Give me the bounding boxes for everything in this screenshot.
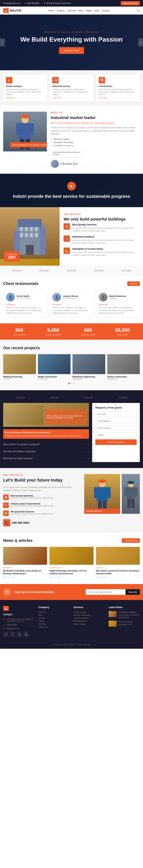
linkedin-icon[interactable]: in [17,632,22,637]
project-title-1: Welding Processing [3,376,36,378]
svg-rect-2 [16,123,20,135]
svg-rect-31 [127,499,131,508]
footer-company-link-6[interactable]: Contact Us [38,626,70,628]
faq-item-2[interactable]: How many are solutions of passages + [3,448,89,455]
testimonial-text-2: There are many variations of passages of… [52,306,91,315]
future-section: WHY CHOOSE US Let's Build your future to… [0,468,143,532]
nav-contact[interactable]: Contact [102,9,109,12]
footer-service-link-5[interactable]: Factory Design [73,623,105,625]
future-icon-3: ✅ [3,510,9,516]
footer-grid: ▲ INDUTRI Contact 📍 6th Bureau Centre Ne… [3,606,140,637]
twitter-icon[interactable]: t [10,632,15,637]
news-card-3: GLOBAL How nations around the world are … [96,547,140,578]
nav-services[interactable]: Services [68,9,76,12]
testimonial-avatar-1: 👤 [6,293,15,302]
hero-title: We Build Everything with Passion [20,36,122,43]
buildings-title: We only build powerful buildings [64,217,139,222]
facebook-icon[interactable]: f [3,632,8,637]
news-section: News & articles View All Posts INDUSTRY … [0,532,143,584]
footer-company-link-5[interactable]: Our Team [38,623,70,625]
quote-submit-button[interactable]: Get a free quote [95,439,137,445]
svg-rect-21 [97,487,108,501]
footer-service-link-4[interactable]: Mechanical Work [73,620,105,622]
faq-arrow-2[interactable]: + [87,450,89,453]
footer-news-item-2: Digital technology internships a win [109,621,140,627]
quote-phone-input[interactable] [95,426,137,431]
buildings-tag: OUR SERVICES [64,213,139,215]
future-title: Let's Build your future today [3,477,80,483]
news-title-1[interactable]: We Believe in Building Long Lasting our … [3,569,47,575]
footer-logo-text: INDUTRI [10,607,21,610]
dot-2[interactable] [71,383,72,384]
future-icon-1: 📋 [3,495,9,500]
footer-company-link-3[interactable]: Services [38,617,70,619]
service-icon-2: 🔧 [64,236,70,242]
hero-cta-button[interactable]: Discover more [59,47,84,54]
dot-1[interactable] [68,383,70,384]
feature-link-3[interactable]: Read More [99,97,137,99]
faq-item-1[interactable]: Where should I incorporate my business? … [3,441,89,448]
footer-company-link-2[interactable]: Blog [38,614,70,616]
svg-rect-29 [124,487,127,496]
newsletter-subscribe-button[interactable]: Subscribe [126,589,140,595]
news-tag-3: GLOBAL [96,567,140,569]
phone-number: 666 888 0000 [12,521,29,524]
footer-address: 📍 6th Bureau Centre New Main Ave South N… [3,618,34,622]
footer-company-link-1[interactable]: About Us [38,611,70,613]
footer-service-link-2[interactable]: Building Construction [73,614,105,616]
footer-news-text-1[interactable]: We Believe in Building Long Lasting our … [118,611,140,619]
testimonials-view-all-button[interactable]: View All [127,281,140,286]
nav-projects[interactable]: Projects [57,9,65,12]
future-item-2: 🎯 Unique project requirements Lorem ipsu… [3,502,80,508]
nav-pages[interactable]: Pages [86,9,92,12]
nav-blog[interactable]: Blog [79,9,83,12]
about-text: There are many variations of passages of… [51,126,140,136]
dark-brand-3: #envato [84,396,93,399]
projects-grid: Welding Processing Industrial Bridge Con… [3,354,140,380]
svg-rect-13 [30,227,33,231]
footer-news-col: Latest News We Believe in Building Long … [109,606,140,637]
quote-name-input[interactable] [95,411,137,417]
faq-arrow-3[interactable]: + [87,457,89,460]
industry-icon: 🏭 [52,77,59,83]
brand-1: #envato [12,269,22,272]
feature-title-1: Power energies [6,85,44,87]
footer-news-text-2[interactable]: Digital technology internships a win [118,621,140,626]
faq-image: We are using a some clean and unique wor… [3,403,89,427]
faq-arrow-1[interactable]: + [87,443,89,446]
testimonial-info-1: Kevin Smith CEO of Company [17,295,31,299]
footer-service-link-1[interactable]: Power Energies [73,611,105,613]
instagram-icon[interactable]: ig [24,632,29,637]
newsletter-email-input[interactable] [86,589,126,595]
news-title-2[interactable]: Digital technology internships a win for… [49,569,93,575]
search-icon[interactable]: 🔍 [137,9,140,12]
nav-home[interactable]: Home [48,9,54,12]
svg-rect-14 [35,227,38,231]
hero-next-button[interactable]: › [138,38,143,46]
buildings-content: OUR SERVICES We only build powerful buil… [60,207,143,266]
testimonial-stars-2: ★★★★★ [52,304,91,306]
testimonials-grid: 👤 Kevin Smith CEO of Company ★★★★★ There… [3,290,140,317]
future-text: Lorem ipsum dolor sit amet consectetur a… [3,486,80,492]
hero-prev-button[interactable]: ‹ [0,38,5,46]
nav-blog2[interactable]: Blog [95,9,99,12]
top-bar-cta-button[interactable]: Get a free quote [121,1,140,5]
dot-3[interactable] [73,383,75,384]
project-dots [3,383,140,384]
faq-item-3[interactable]: What about our safety measures ? + [3,455,89,462]
play-button[interactable]: ▶ [67,182,76,190]
footer-company-link-4[interactable]: Projects [38,620,70,622]
quote-form: Request a Free Quote Get a free quote [92,403,140,462]
footer-service-link-3[interactable]: Industrial Solutions [73,617,105,619]
service-content-1: Best Quality Services Lorem ipsum dolor … [72,223,139,232]
quote-subject-input[interactable] [95,432,137,438]
footer-company-col: Company About Us Blog Services Projects … [38,606,70,637]
phone-info: 📞 666 888 0000 [24,2,39,4]
news-view-all-button[interactable]: View All Posts [122,538,140,543]
feature-link-2[interactable]: Read More [52,97,91,99]
news-title-3[interactable]: How nations around the world are investi… [96,569,140,575]
feature-link-1[interactable]: Read More [6,97,44,99]
svg-point-33 [128,481,134,484]
quote-email-input[interactable] [95,418,137,424]
about-title: Industrial market leader [51,115,140,120]
